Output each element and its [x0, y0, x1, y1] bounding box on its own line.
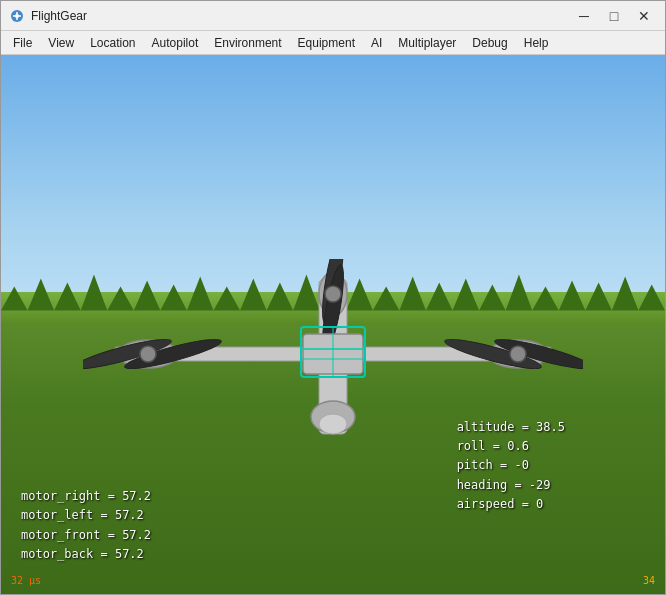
menu-bar: File View Location Autopilot Environment… [1, 31, 665, 55]
minimize-button[interactable]: ─ [571, 6, 597, 26]
hud-altitude: altitude = 38.5 [457, 418, 565, 437]
menu-equipment[interactable]: Equipment [290, 31, 363, 54]
hud-pitch: pitch = -0 [457, 456, 565, 475]
main-window: FlightGear ─ □ ✕ File View Location Auto… [0, 0, 666, 595]
menu-debug[interactable]: Debug [464, 31, 515, 54]
menu-ai[interactable]: AI [363, 31, 390, 54]
hud-airspeed: airspeed = 0 [457, 495, 565, 514]
svg-point-21 [510, 346, 526, 362]
viewport[interactable]: motor_right = 57.2 motor_left = 57.2 mot… [1, 55, 665, 594]
svg-point-19 [319, 414, 347, 434]
title-bar: FlightGear ─ □ ✕ [1, 1, 665, 31]
hud-roll: roll = 0.6 [457, 437, 565, 456]
menu-location[interactable]: Location [82, 31, 143, 54]
menu-autopilot[interactable]: Autopilot [144, 31, 207, 54]
hud-heading: heading = -29 [457, 476, 565, 495]
window-title: FlightGear [31, 9, 571, 23]
menu-help[interactable]: Help [516, 31, 557, 54]
close-button[interactable]: ✕ [631, 6, 657, 26]
hud-right: altitude = 38.5 roll = 0.6 pitch = -0 he… [457, 418, 565, 514]
hud-motor-left: motor_left = 57.2 [21, 506, 151, 525]
menu-multiplayer[interactable]: Multiplayer [390, 31, 464, 54]
menu-file[interactable]: File [5, 31, 40, 54]
hud-timing: 32 μs [11, 575, 41, 586]
menu-view[interactable]: View [40, 31, 82, 54]
hud-motor-front: motor_front = 57.2 [21, 526, 151, 545]
app-icon [9, 8, 25, 24]
menu-environment[interactable]: Environment [206, 31, 289, 54]
hud-motor-back: motor_back = 57.2 [21, 545, 151, 564]
maximize-button[interactable]: □ [601, 6, 627, 26]
svg-point-1 [15, 14, 19, 18]
svg-point-20 [140, 346, 156, 362]
hud-fps: 34 [643, 575, 655, 586]
svg-point-22 [325, 286, 341, 302]
hud-motor-right: motor_right = 57.2 [21, 487, 151, 506]
hud-left: motor_right = 57.2 motor_left = 57.2 mot… [21, 487, 151, 564]
window-controls: ─ □ ✕ [571, 6, 657, 26]
